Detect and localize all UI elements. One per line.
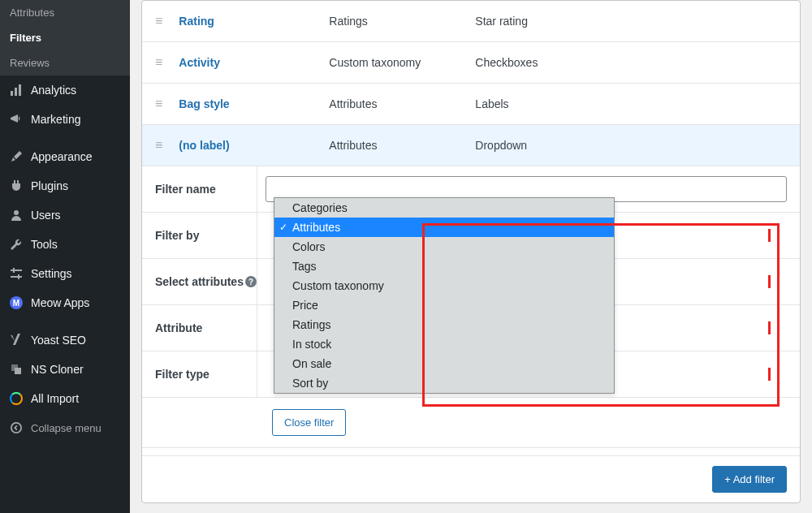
filter-row-selected[interactable]: ≡ (no label) Attributes Dropdown [142, 125, 800, 166]
sidebar-item-settings[interactable]: Settings [0, 259, 130, 288]
add-filter-button[interactable]: + Add filter [712, 466, 787, 493]
svg-rect-1 [15, 88, 17, 96]
sidebar-item-ns-cloner[interactable]: NS Cloner [0, 355, 130, 384]
sidebar-item-tools[interactable]: Tools [0, 230, 130, 259]
filter-display: Labels [475, 97, 508, 110]
meow-icon [8, 295, 24, 311]
dropdown-option[interactable]: Tags [274, 256, 614, 276]
svg-rect-2 [19, 84, 21, 96]
sidebar-item-label: NS Cloner [31, 363, 84, 376]
main-content: ≡ Rating Ratings Star rating ≡ Activity … [130, 0, 812, 513]
collapse-menu[interactable]: Collapse menu [0, 413, 130, 442]
plugin-icon [8, 178, 24, 194]
svg-point-10 [11, 423, 21, 433]
dropdown-option[interactable]: Custom taxonomy [274, 276, 614, 295]
sidebar-item-label: Appearance [31, 150, 93, 163]
collapse-menu-label: Collapse menu [31, 422, 102, 434]
sidebar-item-label: Marketing [31, 113, 80, 126]
filter-type: Attributes [329, 139, 475, 152]
sidebar-item-all-import[interactable]: All Import [0, 384, 130, 413]
check-icon: ✓ [279, 222, 287, 233]
filter-edit-form: Filter name Filter by Select attributes … [142, 166, 800, 398]
nscloner-icon [8, 361, 24, 377]
users-icon [8, 207, 24, 223]
filter-label-link[interactable]: (no label) [179, 139, 329, 152]
submenu-item-attributes[interactable]: Attributes [0, 0, 130, 25]
form-label: Select attributes ? [155, 275, 257, 288]
filter-display: Checkboxes [475, 56, 538, 69]
brush-icon [8, 149, 24, 165]
drag-handle-icon[interactable]: ≡ [155, 138, 162, 153]
admin-sidebar: Attributes Filters Reviews Analytics Mar… [0, 0, 130, 513]
sidebar-item-label: Settings [31, 267, 72, 280]
sidebar-item-label: All Import [31, 392, 79, 405]
dropdown-option[interactable]: On sale [274, 354, 614, 373]
form-label: Attribute [155, 321, 257, 334]
svg-rect-9 [15, 368, 21, 374]
filter-label-link[interactable]: Activity [179, 56, 329, 69]
dropdown-option[interactable]: In stock [274, 334, 614, 354]
dropdown-option[interactable]: Price [274, 295, 614, 315]
sidebar-item-marketing[interactable]: Marketing [0, 105, 130, 134]
filter-type: Attributes [329, 97, 475, 110]
svg-point-3 [14, 210, 19, 215]
sidebar-submenu: Attributes Filters Reviews [0, 0, 130, 75]
dropdown-option[interactable]: Colors [274, 237, 614, 256]
dropdown-option-selected[interactable]: ✓ Attributes [274, 218, 614, 237]
sidebar-item-yoast-seo[interactable]: Yoast SEO [0, 325, 130, 355]
drag-handle-icon[interactable]: ≡ [155, 97, 162, 111]
close-filter-row: Close filter [142, 398, 800, 448]
analytics-icon [8, 82, 24, 98]
sidebar-item-appearance[interactable]: Appearance [0, 142, 130, 171]
megaphone-icon [8, 111, 24, 127]
svg-rect-0 [11, 91, 13, 96]
filter-display: Dropdown [475, 139, 527, 152]
sidebar-item-label: Users [31, 209, 61, 222]
panel-footer: + Add filter [142, 455, 800, 502]
submenu-item-reviews[interactable]: Reviews [0, 50, 130, 75]
allimport-icon [8, 390, 24, 407]
filter-row[interactable]: ≡ Activity Custom taxonomy Checkboxes [142, 42, 800, 84]
filter-by-dropdown[interactable]: Categories ✓ Attributes Colors Tags Cust… [274, 197, 615, 394]
dropdown-option[interactable]: Sort by [274, 373, 614, 393]
svg-rect-5 [11, 276, 22, 278]
help-icon[interactable]: ? [245, 276, 257, 287]
close-filter-button[interactable]: Close filter [272, 409, 346, 436]
filter-type: Custom taxonomy [329, 56, 475, 69]
form-label: Filter by [155, 229, 257, 242]
filter-label-link[interactable]: Bag style [179, 97, 329, 110]
dropdown-option[interactable]: Ratings [274, 315, 614, 334]
filter-label-link[interactable]: Rating [179, 15, 329, 28]
submenu-item-filters[interactable]: Filters [0, 25, 130, 50]
wrench-icon [8, 236, 24, 252]
sidebar-item-analytics[interactable]: Analytics [0, 75, 130, 105]
sidebar-item-plugins[interactable]: Plugins [0, 171, 130, 200]
sliders-icon [8, 265, 24, 282]
sidebar-item-label: Yoast SEO [31, 334, 86, 347]
filter-row[interactable]: ≡ Bag style Attributes Labels [142, 84, 800, 125]
filter-type: Ratings [329, 15, 475, 28]
filters-panel: ≡ Rating Ratings Star rating ≡ Activity … [141, 0, 801, 503]
drag-handle-icon[interactable]: ≡ [155, 55, 162, 70]
svg-rect-7 [18, 274, 19, 279]
sidebar-item-label: Analytics [31, 84, 76, 97]
collapse-icon [8, 420, 24, 436]
sidebar-item-meow-apps[interactable]: Meow Apps [0, 288, 130, 317]
form-label: Filter type [155, 368, 257, 381]
form-label: Filter name [155, 183, 257, 196]
svg-rect-6 [13, 268, 15, 273]
filter-row[interactable]: ≡ Rating Ratings Star rating [142, 1, 800, 42]
drag-handle-icon[interactable]: ≡ [155, 14, 162, 28]
svg-rect-4 [11, 269, 22, 271]
sidebar-item-label: Meow Apps [31, 296, 89, 309]
dropdown-option[interactable]: Categories [274, 198, 614, 218]
sidebar-item-label: Plugins [31, 179, 68, 192]
filter-display: Star rating [475, 15, 528, 28]
yoast-icon [8, 332, 24, 348]
sidebar-item-label: Tools [31, 238, 58, 251]
sidebar-item-users[interactable]: Users [0, 200, 130, 230]
